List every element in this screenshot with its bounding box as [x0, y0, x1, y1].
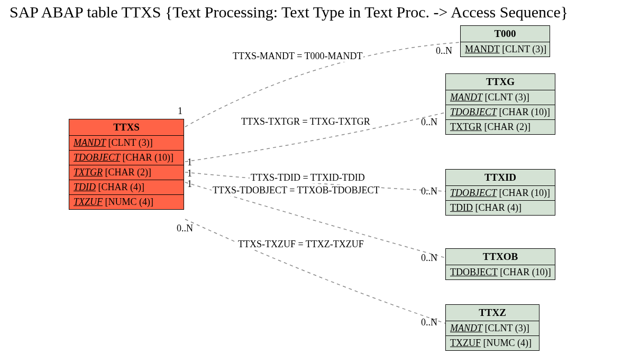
entity-ttxg-field: TXTGR [CHAR (2)] [446, 119, 555, 134]
relation-label: TTXS-TXTGR = TTXG-TXTGR [240, 116, 371, 127]
relation-label: TTXS-MANDT = T000-MANDT [232, 51, 363, 62]
entity-ttxid: TTXID TDOBJECT [CHAR (10)] TDID [CHAR (4… [445, 169, 555, 216]
entity-t000-name: T000 [461, 26, 550, 42]
entity-ttxz-name: TTXZ [446, 305, 539, 321]
entity-ttxs-field: TDID [CHAR (4)] [69, 180, 184, 194]
cardinality-right: 0..N [421, 117, 437, 128]
entity-ttxg: TTXG MANDT [CLNT (3)] TDOBJECT [CHAR (10… [445, 73, 555, 135]
entity-ttxs: TTXS MANDT [CLNT (3)] TDOBJECT [CHAR (10… [69, 119, 184, 210]
cardinality-right: 0..N [421, 317, 437, 328]
cardinality-left: 1 [187, 168, 192, 179]
entity-ttxz-field: MANDT [CLNT (3)] [446, 321, 539, 335]
cardinality-right: 0..N [421, 253, 437, 264]
entity-ttxz: TTXZ MANDT [CLNT (3)] TXZUF [NUMC (4)] [445, 304, 539, 351]
entity-t000: T000 MANDT [CLNT (3)] [460, 25, 550, 57]
entity-ttxs-name: TTXS [69, 119, 184, 136]
cardinality-left: 1 [187, 179, 192, 190]
entity-ttxid-name: TTXID [446, 170, 555, 186]
entity-ttxg-name: TTXG [446, 74, 555, 90]
entity-ttxob-field: TDOBJECT [CHAR (10)] [446, 265, 555, 279]
entity-ttxs-field: TDOBJECT [CHAR (10)] [69, 150, 184, 165]
entity-ttxs-field: MANDT [CLNT (3)] [69, 136, 184, 150]
entity-ttxg-field: TDOBJECT [CHAR (10)] [446, 105, 555, 119]
relation-label: TTXS-TDID = TTXID-TDID [250, 172, 366, 183]
relation-label: TTXS-TXZUF = TTXZ-TXZUF [237, 239, 365, 250]
cardinality-left: 1 [178, 106, 182, 117]
page-title: SAP ABAP table TTXS {Text Processing: Te… [10, 3, 568, 21]
cardinality-left: 0..N [177, 223, 193, 234]
cardinality-right: 0..N [421, 186, 437, 197]
cardinality-left: 1 [187, 157, 192, 168]
entity-ttxz-field: TXZUF [NUMC (4)] [446, 335, 539, 350]
entity-ttxid-field: TDOBJECT [CHAR (10)] [446, 186, 555, 200]
cardinality-right: 0..N [436, 45, 452, 57]
entity-t000-field: MANDT [CLNT (3)] [461, 42, 550, 57]
relation-label: TTXS-TDOBJECT = TTXOB-TDOBJECT [212, 185, 380, 196]
entity-ttxs-field: TXTGR [CHAR (2)] [69, 165, 184, 180]
entity-ttxob-name: TTXOB [446, 249, 555, 265]
entity-ttxg-field: MANDT [CLNT (3)] [446, 90, 555, 105]
entity-ttxid-field: TDID [CHAR (4)] [446, 200, 555, 215]
entity-ttxs-field: TXZUF [NUMC (4)] [69, 194, 184, 209]
entity-ttxob: TTXOB TDOBJECT [CHAR (10)] [445, 248, 555, 280]
